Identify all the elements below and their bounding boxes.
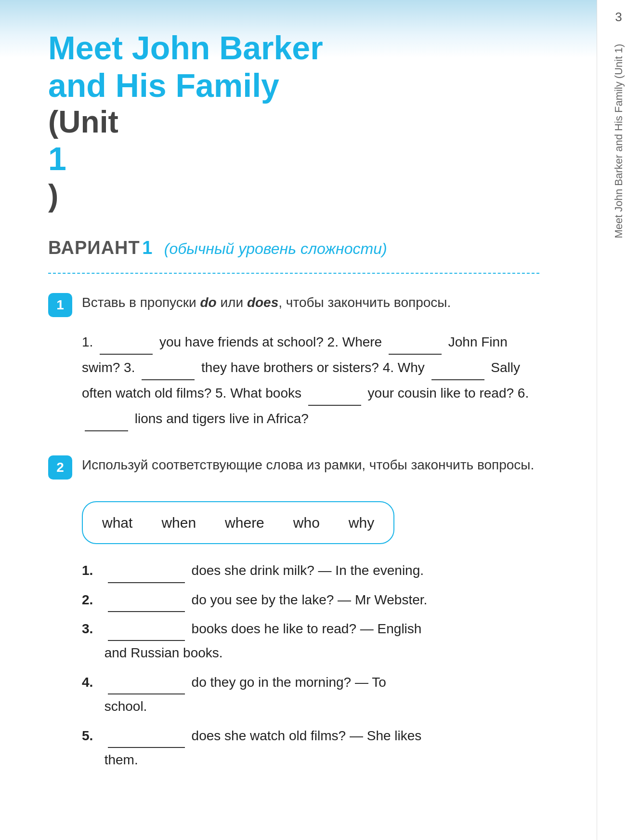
list-item: 3. books does he like to read? — English… [82,617,539,666]
blank-2-4[interactable] [108,693,185,694]
list-item: 4. do they go in the morning? — To schoo… [82,670,539,719]
exercise-2-header: 2 Используй соответствующие слова из рам… [48,455,539,480]
blank-2-1[interactable] [108,582,185,583]
exercise-2-badge: 2 [48,455,72,480]
variant-number: 1 [142,238,152,258]
word-who: who [293,509,320,536]
blank-1-6[interactable] [85,430,128,431]
exercise-2-list: 1. does she drink milk? — In the evening… [82,559,539,772]
blank-1-5[interactable] [308,405,361,406]
main-content: Meet John Barker and His Family (Unit 1)… [0,0,578,825]
page-title: Meet John Barker and His Family (Unit 1) [48,29,539,213]
exercise-1-badge: 1 [48,293,72,317]
variant-subtitle: (обычный уровень сложности) [164,240,387,257]
exercise-1-instruction: Вставь в пропуски do или does, чтобы зак… [82,293,451,312]
blank-1-1[interactable] [100,354,153,355]
exercise-1-text: 1. you have friends at school? 2. Where … [82,329,539,432]
list-item: 2. do you see by the lake? — Mr Webster. [82,588,539,612]
blank-2-3[interactable] [108,640,185,641]
sidebar-vertical-text: Meet John Barker and His Family (Unit 1) [611,44,627,238]
list-item: 1. does she drink milk? — In the evening… [82,559,539,583]
list-item: 5. does she watch old films? — She likes… [82,724,539,773]
page-number: 3 [615,10,622,25]
word-when: when [161,509,196,536]
blank-2-2[interactable] [108,611,185,612]
variant-label: ВАРИАНТ [48,238,140,258]
blank-2-5[interactable] [108,747,185,748]
dotted-divider [48,273,539,274]
exercise-1: 1 Вставь в пропуски do или does, чтобы з… [48,293,539,432]
exercise-1-body: 1. you have friends at school? 2. Where … [82,329,539,432]
word-where: where [225,509,264,536]
exercise-2-body: what when where who why 1. does she drin… [82,492,539,772]
exercise-1-header: 1 Вставь в пропуски do или does, чтобы з… [48,293,539,317]
exercise-2-instruction: Используй соответствующие слова из рамки… [82,455,534,474]
blank-1-3[interactable] [142,379,195,380]
title-normal-part: (Unit 1) [48,105,539,213]
blank-1-4[interactable] [431,379,484,380]
sidebar: 3 Meet John Barker and His Family (Unit … [597,0,640,840]
title-blue-part: and His Family [48,67,539,104]
title-line1: Meet John Barker [48,29,539,67]
variant-heading: ВАРИАНТ 1 (обычный уровень сложности) [48,238,539,258]
word-box: what when where who why [82,501,394,544]
exercise-2: 2 Используй соответствующие слова из рам… [48,455,539,772]
word-why: why [349,509,374,536]
word-what: what [102,509,132,536]
blank-1-2[interactable] [389,354,442,355]
title-line2: and His Family (Unit 1) [48,67,539,213]
